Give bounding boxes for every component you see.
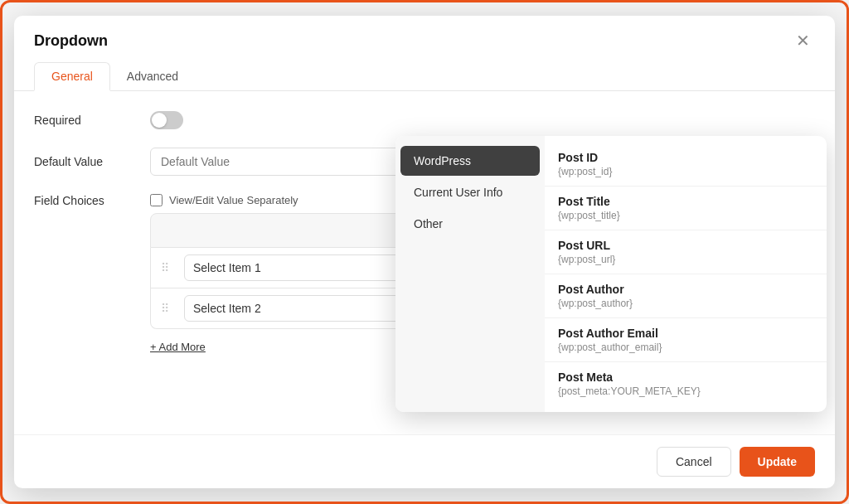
required-label: Required — [34, 114, 150, 127]
dynamic-picker: WordPress Current User Info Other Post I… — [395, 136, 827, 412]
picker-item-post-id-name: Post ID — [558, 151, 813, 164]
modal-footer: Cancel Update — [14, 434, 835, 488]
required-toggle[interactable] — [150, 111, 183, 129]
tabs-bar: General Advanced — [14, 51, 835, 91]
picker-item-post-url[interactable]: Post URL {wp:post_url} — [545, 230, 827, 274]
tab-advanced[interactable]: Advanced — [110, 62, 195, 91]
picker-item-post-title-tag: {wp:post_title} — [558, 210, 813, 221]
cancel-button[interactable]: Cancel — [657, 447, 731, 477]
picker-item-post-title[interactable]: Post Title {wp:post_title} — [545, 187, 827, 230]
picker-item-post-author-email-name: Post Author Email — [558, 327, 813, 340]
picker-item-post-author-email-tag: {wp:post_author_email} — [558, 342, 813, 353]
picker-item-post-author[interactable]: Post Author {wp:post_author} — [545, 274, 827, 318]
picker-item-post-author-tag: {wp:post_author} — [558, 298, 813, 309]
modal-title: Dropdown — [34, 32, 108, 50]
picker-sidebar: WordPress Current User Info Other — [395, 136, 545, 412]
picker-item-post-id[interactable]: Post ID {wp:post_id} — [545, 143, 827, 187]
view-edit-label-text: View/Edit Value Separately — [169, 194, 298, 206]
picker-item-post-url-name: Post URL — [558, 239, 813, 252]
add-more-button[interactable]: + Add More — [150, 341, 206, 353]
update-button[interactable]: Update — [740, 447, 815, 477]
picker-item-post-title-name: Post Title — [558, 195, 813, 208]
modal-header: Dropdown ✕ — [14, 16, 835, 51]
picker-content: Post ID {wp:post_id} Post Title {wp:post… — [545, 136, 827, 412]
picker-item-post-author-email[interactable]: Post Author Email {wp:post_author_email} — [545, 318, 827, 362]
picker-item-post-author-name: Post Author — [558, 283, 813, 296]
view-edit-checkbox[interactable] — [150, 194, 163, 206]
modal-body: Required Default Value ⊞ Field Choices V… — [14, 91, 835, 434]
close-button[interactable]: ✕ — [791, 31, 815, 51]
outer-frame: Dropdown ✕ General Advanced Required Def… — [0, 0, 849, 504]
picker-item-post-meta[interactable]: Post Meta {post_meta:YOUR_META_KEY} — [545, 362, 827, 405]
picker-item-post-meta-tag: {post_meta:YOUR_META_KEY} — [558, 385, 813, 397]
modal: Dropdown ✕ General Advanced Required Def… — [14, 16, 835, 488]
picker-sidebar-wordpress[interactable]: WordPress — [400, 146, 540, 176]
picker-item-post-id-tag: {wp:post_id} — [558, 166, 813, 177]
picker-item-post-url-tag: {wp:post_url} — [558, 254, 813, 265]
picker-sidebar-current-user[interactable]: Current User Info — [400, 177, 540, 207]
picker-item-post-meta-name: Post Meta — [558, 371, 813, 384]
drag-handle-1[interactable]: ⠿ — [154, 261, 184, 274]
picker-sidebar-other[interactable]: Other — [400, 209, 540, 239]
default-value-label: Default Value — [34, 155, 150, 168]
drag-handle-2[interactable]: ⠿ — [154, 302, 184, 315]
tab-general[interactable]: General — [34, 62, 110, 91]
field-choices-label: Field Choices — [34, 194, 150, 207]
header-drag-col — [154, 220, 184, 240]
required-row: Required — [34, 111, 815, 129]
